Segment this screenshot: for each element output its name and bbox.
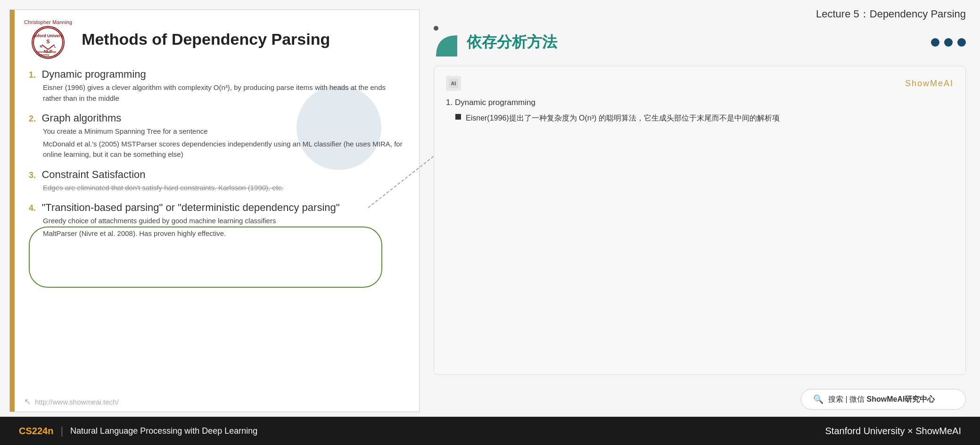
ai-card-header: AI ShowMeAI (446, 76, 954, 91)
ai-card: AI ShowMeAI 1. Dynamic programming Eisne… (434, 66, 966, 375)
method-3-heading: Constraint Satisfaction (41, 169, 145, 180)
bottom-right: Stanford University × ShowMeAI (825, 426, 962, 437)
method-4-heading: "Transition-based parsing" or "determini… (41, 202, 339, 213)
method-4-number: 4. (29, 203, 36, 213)
bottom-bar: CS224n | Natural Language Processing wit… (0, 417, 980, 445)
stanford-label: Stanford University (825, 426, 905, 436)
method-2-desc1: You create a Minimum Spanning Tree for a… (43, 126, 405, 137)
right-panel: Lecture 5：Dependency Parsing 依存分析方法 (429, 0, 980, 417)
svg-text:N: N (40, 45, 42, 48)
method-3-desc: Edges are eliminated that don't satisfy … (43, 183, 405, 194)
method-2-heading: Graph algorithms (41, 112, 121, 124)
ai-icon: AI (446, 76, 461, 91)
lecture-title: Lecture 5：Dependency Parsing (434, 7, 966, 21)
method-item-1: 1. Dynamic programming Eisner (1996) giv… (29, 68, 405, 104)
method-1-heading: Dynamic programming (41, 68, 146, 80)
logo-area: Christopher Manning Stanford University … (24, 19, 72, 59)
method-item-3: 3. Constraint Satisfaction Edges are eli… (29, 169, 405, 194)
method-2-number: 2. (29, 114, 36, 123)
method-4-desc2: MaltParser (Nivre et al. 2008). Has prov… (43, 228, 405, 239)
slide-header: Christopher Manning Stanford University … (24, 19, 405, 59)
search-icon: 🔍 (813, 394, 824, 405)
search-text: 搜索 | 微信 ShowMeAI研究中心 (828, 395, 935, 405)
bottom-left: CS224n | Natural Language Processing wit… (19, 425, 257, 437)
svg-text:Stanford University: Stanford University (33, 33, 64, 38)
stanford-nlp-logo: Stanford University S NLP N L Natural La… (32, 26, 65, 59)
bottom-divider: | (60, 425, 63, 437)
method-item-4: 4. "Transition-based parsing" or "determ… (29, 202, 405, 239)
x-sign: × (907, 426, 915, 436)
right-header: 依存分析方法 (434, 26, 966, 59)
showmeai-brand: ShowMeAI (915, 426, 961, 436)
ai-bullet-1: Eisner(1996)提出了一种复杂度为 O(n³) 的聪明算法，它生成头部位… (455, 112, 954, 124)
dot-3 (957, 38, 966, 47)
slide-body: 1. Dynamic programming Eisner (1996) giv… (24, 68, 405, 239)
bottom-description: Natural Language Processing with Deep Le… (70, 426, 257, 436)
method-1-desc: Eisner (1996) gives a clever algorithm w… (43, 82, 405, 104)
method-4-desc1: Greedy choice of attachments guided by g… (43, 216, 405, 227)
method-2-desc2: McDonald et al.'s (2005) MSTParser score… (43, 139, 405, 160)
method-item-2: 2. Graph algorithms You create a Minimum… (29, 112, 405, 160)
method-1-number: 1. (29, 70, 36, 80)
small-dot-top (434, 26, 438, 31)
svg-text:AI: AI (451, 81, 456, 86)
bullet-square (455, 114, 461, 120)
svg-text:S: S (46, 39, 49, 44)
ai-item-1-label: 1. Dynamic programming (446, 98, 954, 107)
slide-footer: ↖ http://www.showmeai.tech/ (10, 392, 419, 412)
method-3-number: 3. (29, 170, 36, 180)
search-bar[interactable]: 🔍 搜索 | 微信 ShowMeAI研究中心 (801, 389, 966, 410)
teal-shape (434, 33, 460, 59)
cursor-icon: ↖ (24, 396, 31, 407)
dot-1 (931, 38, 939, 47)
cn-title: 依存分析方法 (467, 32, 557, 53)
slide-title: Methods of Dependency Parsing (82, 30, 330, 49)
dot-indicators (931, 38, 966, 47)
author-label: Christopher Manning (24, 19, 72, 25)
dot-2 (944, 38, 953, 47)
svg-text:L: L (54, 45, 57, 48)
ai-bullet-text: Eisner(1996)提出了一种复杂度为 O(n³) 的聪明算法，它生成头部位… (466, 112, 780, 124)
slide-panel: Christopher Manning Stanford University … (9, 9, 420, 412)
course-code: CS224n (19, 426, 53, 437)
section-title-cn-area: 依存分析方法 (434, 26, 557, 59)
footer-url: http://www.showmeai.tech/ (35, 398, 119, 406)
ai-content: 1. Dynamic programming Eisner(1996)提出了一种… (446, 98, 954, 124)
showmeai-label: ShowMeAI (905, 79, 954, 89)
svg-text:Processing: Processing (36, 53, 49, 56)
